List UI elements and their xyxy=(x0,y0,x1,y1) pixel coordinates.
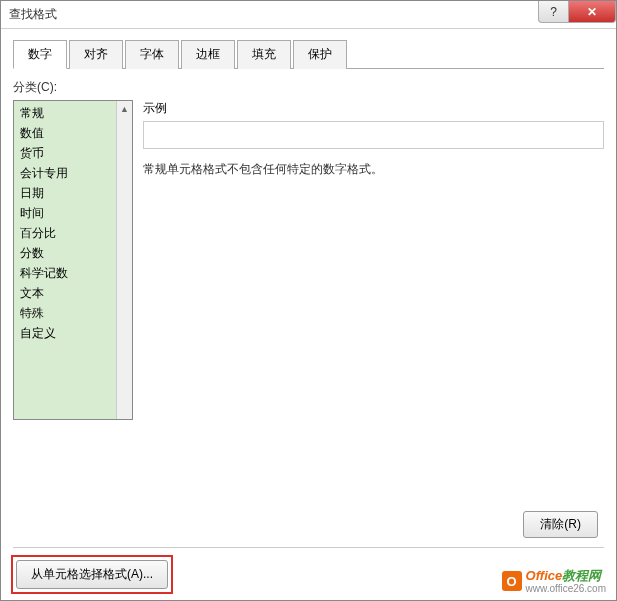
list-item[interactable]: 时间 xyxy=(16,203,114,223)
tab-fill[interactable]: 填充 xyxy=(237,40,291,69)
watermark-brand: Office教程网 xyxy=(526,569,606,583)
list-item[interactable]: 文本 xyxy=(16,283,114,303)
clear-button[interactable]: 清除(R) xyxy=(523,511,598,538)
highlight-box: 从单元格选择格式(A)... xyxy=(11,555,173,594)
body-area: 常规 数值 货币 会计专用 日期 时间 百分比 分数 科学记数 文本 特殊 自定… xyxy=(13,100,604,420)
list-item[interactable]: 特殊 xyxy=(16,303,114,323)
sample-box xyxy=(143,121,604,149)
list-item[interactable]: 常规 xyxy=(16,103,114,123)
titlebar: 查找格式 ? ✕ xyxy=(1,1,616,29)
list-item[interactable]: 分数 xyxy=(16,243,114,263)
close-button[interactable]: ✕ xyxy=(568,1,616,23)
right-panel: 示例 常规单元格格式不包含任何特定的数字格式。 xyxy=(143,100,604,420)
tab-number[interactable]: 数字 xyxy=(13,40,67,69)
choose-from-cell-button[interactable]: 从单元格选择格式(A)... xyxy=(16,560,168,589)
list-item[interactable]: 百分比 xyxy=(16,223,114,243)
list-item[interactable]: 会计专用 xyxy=(16,163,114,183)
category-list: 常规 数值 货币 会计专用 日期 时间 百分比 分数 科学记数 文本 特殊 自定… xyxy=(14,101,116,419)
format-description: 常规单元格格式不包含任何特定的数字格式。 xyxy=(143,161,604,178)
tab-font[interactable]: 字体 xyxy=(125,40,179,69)
watermark-text: Office教程网 www.office26.com xyxy=(526,569,606,594)
category-listbox[interactable]: 常规 数值 货币 会计专用 日期 时间 百分比 分数 科学记数 文本 特殊 自定… xyxy=(13,100,133,420)
title-buttons: ? ✕ xyxy=(538,1,616,23)
watermark-url: www.office26.com xyxy=(526,583,606,594)
watermark-icon: O xyxy=(502,571,522,591)
sample-label: 示例 xyxy=(143,100,604,117)
list-item[interactable]: 数值 xyxy=(16,123,114,143)
window-title: 查找格式 xyxy=(9,6,57,23)
list-item[interactable]: 日期 xyxy=(16,183,114,203)
list-item[interactable]: 货币 xyxy=(16,143,114,163)
list-item[interactable]: 自定义 xyxy=(16,323,114,343)
category-label: 分类(C): xyxy=(13,79,604,96)
tab-protection[interactable]: 保护 xyxy=(293,40,347,69)
list-item[interactable]: 科学记数 xyxy=(16,263,114,283)
help-button[interactable]: ? xyxy=(538,1,568,23)
content-area: 数字 对齐 字体 边框 填充 保护 分类(C): 常规 数值 货币 会计专用 日… xyxy=(1,29,616,600)
find-format-dialog: 查找格式 ? ✕ 数字 对齐 字体 边框 填充 保护 分类(C): 常规 数值 … xyxy=(0,0,617,601)
tab-border[interactable]: 边框 xyxy=(181,40,235,69)
tabbar: 数字 对齐 字体 边框 填充 保护 xyxy=(13,39,604,69)
scroll-up-icon[interactable]: ▲ xyxy=(117,101,132,117)
divider xyxy=(13,547,604,548)
tab-alignment[interactable]: 对齐 xyxy=(69,40,123,69)
listbox-scrollbar[interactable]: ▲ xyxy=(116,101,132,419)
watermark: O Office教程网 www.office26.com xyxy=(502,569,606,594)
